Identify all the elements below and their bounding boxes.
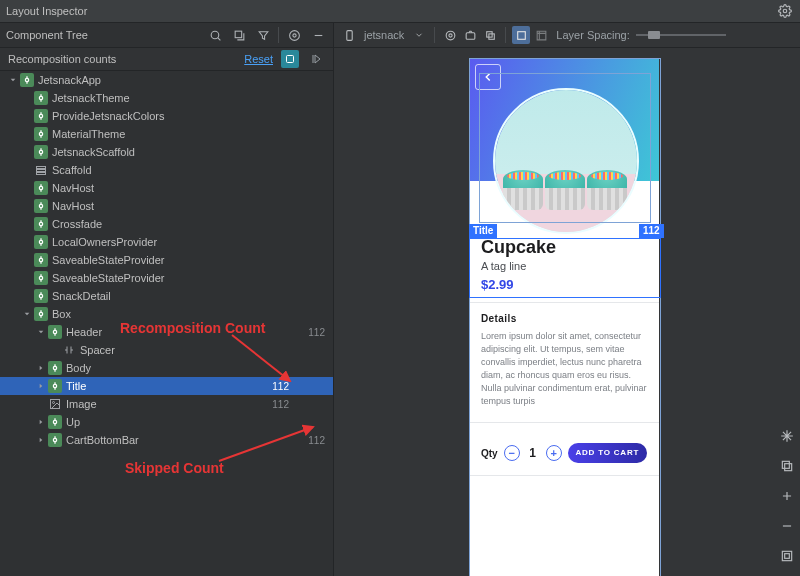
tree-row[interactable]: NavHost [0,179,333,197]
selection-count-badge: 112 [639,224,664,238]
tree-row[interactable]: Up [0,413,333,431]
tree-row-label: Spacer [80,343,115,357]
tree-row[interactable]: MaterialTheme [0,125,333,143]
live-updates-icon[interactable] [441,26,459,44]
svg-point-23 [53,366,56,369]
tree-row[interactable]: JetsnackTheme [0,89,333,107]
tree-row-label: SaveableStateProvider [52,253,165,267]
svg-point-17 [39,240,42,243]
recomp-count-icon[interactable] [281,50,299,68]
zoom-in-icon[interactable] [777,486,797,506]
filter-icon[interactable] [254,26,272,44]
layout-preview-panel: jetsnack Layer Spacing: [334,23,800,576]
tree-row-label: JetsnackApp [38,73,101,87]
gear-icon[interactable] [776,2,794,20]
tree-row-label: Title [66,379,86,393]
svg-point-14 [39,186,42,189]
minimize-icon[interactable] [309,26,327,44]
tree-row-label: Up [66,415,80,429]
svg-rect-33 [487,31,492,36]
layers-icon[interactable] [777,456,797,476]
tree-row-label: NavHost [52,199,94,213]
device-icon[interactable] [340,26,358,44]
tree-row[interactable]: Title112 [0,377,333,395]
svg-rect-38 [782,551,791,560]
recomp-count: 112 [253,380,289,393]
svg-rect-2 [235,31,242,38]
tree-row[interactable]: LocalOwnersProvider [0,233,333,251]
tree-row-label: CartBottomBar [66,433,139,447]
tree-row[interactable]: JetsnackApp [0,71,333,89]
tree-row-label: JetsnackScaffold [52,145,135,159]
layer-spacing-slider[interactable] [636,28,726,42]
mode-2d-icon[interactable] [512,26,530,44]
svg-point-9 [39,132,42,135]
svg-point-15 [39,204,42,207]
settings-icon[interactable] [285,26,303,44]
tree-row[interactable]: Crossfade [0,215,333,233]
svg-point-6 [25,78,28,81]
separator [278,27,279,43]
layout-canvas[interactable]: Cupcake A tag line $2.99 Details Lorem i… [334,48,800,576]
svg-rect-13 [37,173,46,175]
tree-row[interactable]: ProvideJetsnackColors [0,107,333,125]
titlebar: Layout Inspector [0,0,800,23]
canvas-tools [774,48,800,576]
svg-point-4 [289,30,299,40]
svg-rect-11 [37,167,46,169]
chevron-down-icon[interactable] [410,26,428,44]
svg-point-10 [39,150,42,153]
snapshot-icon[interactable] [461,26,479,44]
component-tree-panel: Component Tree Recomposition counts Rese… [0,23,334,576]
annotation-skipped: Skipped Count [125,461,224,475]
svg-point-30 [449,33,452,36]
tree-row[interactable]: SnackDetail [0,287,333,305]
tree-row[interactable]: Box [0,305,333,323]
export-icon[interactable] [230,26,248,44]
tree-row[interactable]: CartBottomBar112 [0,431,333,449]
tree-row[interactable]: SaveableStateProvider [0,269,333,287]
skipped-count-icon[interactable] [307,50,325,68]
skipped-count: 112 [289,434,325,447]
recomposition-label: Recomposition counts [8,52,116,66]
tree-row[interactable]: Scaffold [0,161,333,179]
tree-row[interactable]: Header112 [0,323,333,341]
search-icon[interactable] [206,26,224,44]
tree-row[interactable]: JetsnackScaffold [0,143,333,161]
svg-point-16 [39,222,42,225]
tree-header-label: Component Tree [6,28,88,42]
svg-rect-29 [346,30,351,40]
separator [434,27,435,43]
tree-row[interactable]: SaveableStateProvider [0,251,333,269]
preview-toolbar: jetsnack Layer Spacing: [334,23,800,48]
tree-row[interactable]: Body [0,359,333,377]
svg-point-3 [292,33,295,36]
svg-point-26 [53,402,55,404]
svg-point-0 [783,9,787,13]
reset-link[interactable]: Reset [244,52,273,66]
mode-3d-icon[interactable] [532,26,550,44]
component-tree[interactable]: JetsnackAppJetsnackThemeProvideJetsnackC… [0,71,333,576]
svg-rect-5 [287,56,294,63]
zoom-fit-icon[interactable] [777,546,797,566]
app-label: jetsnack [364,28,404,42]
tree-row-label: Crossfade [52,217,102,231]
tree-row-label: Scaffold [52,163,92,177]
zoom-out-icon[interactable] [777,516,797,536]
tree-row-label: MaterialTheme [52,127,125,141]
tree-row[interactable]: Image112 [0,395,333,413]
tree-row[interactable]: Spacer [0,341,333,359]
svg-point-1 [211,31,219,39]
tree-row-label: Header [66,325,102,339]
tree-row-label: SaveableStateProvider [52,271,165,285]
overlay-icon[interactable] [481,26,499,44]
pan-icon[interactable] [777,426,797,446]
selection-name-badge: Title [469,224,497,238]
tree-row[interactable]: NavHost [0,197,333,215]
tree-row-label: SnackDetail [52,289,111,303]
svg-point-31 [446,31,455,40]
bounds-title [469,238,661,298]
tree-row-label: Image [66,397,97,411]
svg-point-20 [39,294,42,297]
svg-rect-36 [782,461,789,468]
